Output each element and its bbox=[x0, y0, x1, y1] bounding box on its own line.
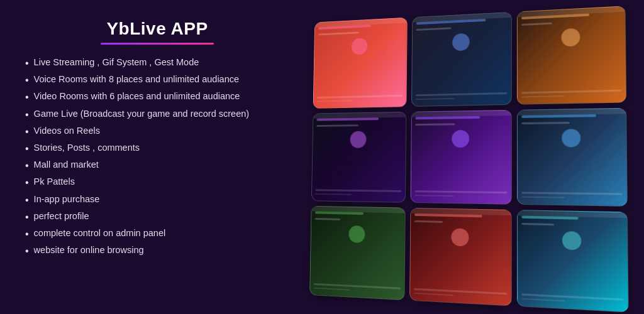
phone-card-8 bbox=[409, 208, 512, 306]
feature-text-5: Videos on Reels bbox=[34, 124, 100, 138]
bullet-1: • bbox=[25, 56, 29, 70]
phone-card-7 bbox=[309, 206, 405, 300]
right-panel bbox=[302, 13, 625, 301]
bullet-6: • bbox=[25, 141, 29, 156]
feature-text-11: complete control on admin panel bbox=[34, 227, 166, 240]
feature-item-7: •Mall and market bbox=[25, 158, 289, 173]
bullet-2: • bbox=[25, 73, 29, 87]
feature-item-1: •Live Streaming , Gif System , Gest Mode bbox=[25, 56, 289, 70]
feature-text-6: Stories, Posts , comments bbox=[34, 141, 140, 154]
bullet-8: • bbox=[25, 175, 29, 190]
left-panel: YbLive APP •Live Streaming , Gif System … bbox=[25, 13, 289, 301]
title-section: YbLive APP bbox=[25, 19, 289, 45]
feature-text-12: website for online browsing bbox=[34, 244, 144, 257]
phones-grid bbox=[309, 6, 628, 312]
main-container: YbLive APP •Live Streaming , Gif System … bbox=[0, 0, 644, 314]
feature-text-4: Game Live (Broadcast your game and recor… bbox=[34, 107, 250, 121]
features-list: •Live Streaming , Gif System , Gest Mode… bbox=[25, 56, 289, 258]
phone-card-4 bbox=[311, 112, 406, 203]
feature-item-8: •Pk Pattels bbox=[25, 175, 289, 190]
feature-item-5: •Videos on Reels bbox=[25, 124, 289, 139]
app-title: YbLive APP bbox=[25, 19, 289, 39]
feature-text-9: In-app purchase bbox=[34, 193, 100, 206]
bullet-4: • bbox=[25, 107, 29, 122]
feature-item-4: •Game Live (Broadcast your game and reco… bbox=[25, 107, 289, 122]
feature-text-8: Pk Pattels bbox=[34, 175, 75, 188]
phone-card-6 bbox=[517, 108, 628, 207]
feature-item-9: •In-app purchase bbox=[25, 193, 289, 207]
feature-text-1: Live Streaming , Gif System , Gest Mode bbox=[34, 56, 199, 69]
bullet-11: • bbox=[25, 227, 29, 241]
feature-item-11: •complete control on admin panel bbox=[25, 227, 289, 241]
feature-text-10: perfect profile bbox=[34, 210, 89, 223]
feature-text-3: Video Rooms with 6 places and unlimited … bbox=[34, 90, 240, 103]
feature-text-7: Mall and market bbox=[34, 158, 99, 171]
feature-item-2: •Voice Rooms with 8 places and unlimited… bbox=[25, 73, 289, 87]
phone-card-1 bbox=[313, 18, 408, 109]
feature-item-12: •website for online browsing bbox=[25, 244, 289, 258]
phone-card-3 bbox=[517, 6, 626, 104]
bullet-10: • bbox=[25, 210, 29, 224]
phone-card-2 bbox=[411, 12, 512, 107]
phone-card-9 bbox=[517, 210, 628, 313]
bullet-9: • bbox=[25, 193, 29, 207]
bullet-3: • bbox=[25, 90, 29, 104]
feature-text-2: Voice Rooms with 8 places and unlimited … bbox=[34, 73, 239, 86]
bullet-7: • bbox=[25, 158, 29, 173]
feature-item-3: •Video Rooms with 6 places and unlimited… bbox=[25, 90, 289, 104]
title-underline bbox=[101, 43, 214, 45]
bullet-5: • bbox=[25, 124, 29, 139]
feature-item-10: •perfect profile bbox=[25, 210, 289, 224]
feature-item-6: •Stories, Posts , comments bbox=[25, 141, 289, 156]
bullet-12: • bbox=[25, 244, 29, 258]
phone-card-5 bbox=[410, 110, 512, 205]
